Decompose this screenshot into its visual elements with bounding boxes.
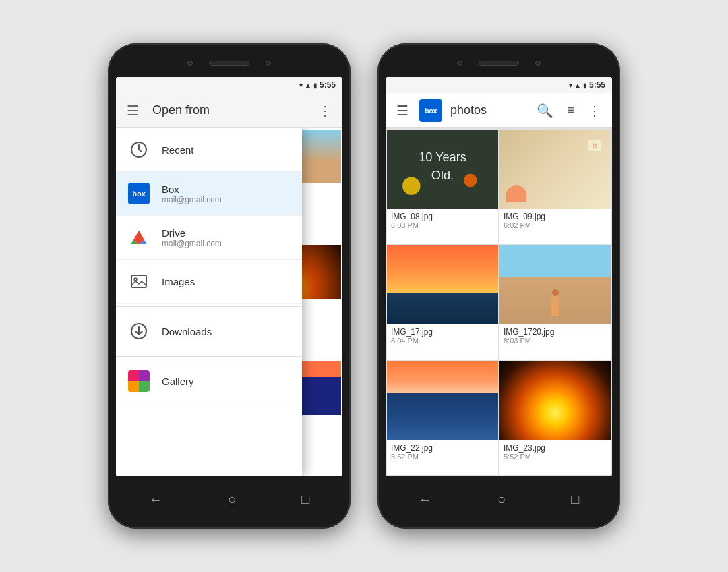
gallery-icon bbox=[127, 369, 151, 393]
downloads-label: Downloads bbox=[162, 326, 291, 337]
more-options-icon-left[interactable]: ⋮ bbox=[313, 97, 337, 124]
photo-time-0: 6:03 PM bbox=[391, 221, 494, 229]
left-phone-bottom-nav: ← ○ □ bbox=[116, 482, 342, 517]
more-options-icon-right[interactable]: ⋮ bbox=[582, 97, 607, 124]
home-button-left[interactable]: ○ bbox=[228, 492, 236, 507]
images-icon bbox=[127, 269, 151, 293]
back-button-right[interactable]: ← bbox=[419, 492, 432, 507]
svg-text:10 Years: 10 Years bbox=[419, 150, 466, 164]
home-button-right[interactable]: ○ bbox=[497, 492, 506, 507]
drawer-item-downloads[interactable]: Downloads bbox=[116, 310, 302, 353]
camera bbox=[187, 61, 193, 66]
downloads-icon bbox=[127, 319, 151, 343]
sensor-right bbox=[535, 61, 541, 66]
recents-button-right[interactable]: □ bbox=[571, 492, 579, 507]
svg-point-7 bbox=[134, 278, 137, 281]
photo-info-3: IMG_1720.jpg 8:03 PM bbox=[499, 324, 611, 349]
images-label: Images bbox=[162, 276, 291, 287]
photo-info-1: IMG_09.jpg 6:02 PM bbox=[499, 209, 611, 233]
photo-cell-4[interactable]: IMG_22.jpg 5:52 PM bbox=[387, 361, 498, 475]
photo-thumb-5 bbox=[499, 361, 611, 440]
battery-icon: ▮ bbox=[313, 82, 317, 89]
filter-icon[interactable]: ≡ bbox=[562, 98, 580, 123]
signal-icon: ▲ bbox=[305, 82, 311, 89]
recent-text: Recent bbox=[162, 144, 291, 156]
box-icon: box bbox=[127, 181, 151, 206]
status-bar-right: ▾ ▲ ▮ 5:55 bbox=[386, 77, 612, 93]
drawer-divider bbox=[116, 306, 302, 307]
photo-thumb-4 bbox=[387, 361, 498, 440]
photo-cell-5[interactable]: IMG_23.jpg 5:52 PM bbox=[499, 361, 611, 475]
status-time-right: 5:55 bbox=[589, 80, 605, 90]
photo-name-4: IMG_22.jpg bbox=[391, 443, 494, 453]
gallery-label: Gallery bbox=[162, 376, 291, 387]
status-time-left: 5:55 bbox=[320, 80, 336, 90]
photo-thumb-3 bbox=[499, 245, 611, 324]
photo-name-3: IMG_1720.jpg bbox=[504, 327, 607, 337]
box-label: Box bbox=[162, 183, 291, 195]
gallery-text: Gallery bbox=[162, 376, 291, 387]
photo-thumb-2 bbox=[387, 245, 498, 324]
downloads-text: Downloads bbox=[162, 326, 291, 337]
hamburger-icon-right[interactable]: ☰ bbox=[391, 97, 414, 124]
photo-info-2: IMG_17.jpg 8:04 PM bbox=[387, 324, 498, 349]
chalkboard-img: 10 Years Old. bbox=[387, 130, 498, 209]
beach-girl-img bbox=[499, 245, 611, 324]
sunset2-img bbox=[499, 361, 611, 440]
images-text: Images bbox=[162, 276, 291, 287]
photos-title: photos bbox=[450, 103, 528, 117]
photo-time-3: 8:03 PM bbox=[504, 337, 607, 345]
recent-label: Recent bbox=[162, 144, 291, 156]
recent-icon bbox=[127, 138, 151, 162]
wifi-icon: ▾ bbox=[299, 82, 303, 89]
drawer-item-box[interactable]: box Box mail@gmail.com bbox=[116, 172, 302, 216]
wifi-icon-right: ▾ bbox=[569, 82, 572, 89]
status-bar-left: ▾ ▲ ▮ 5:55 bbox=[116, 77, 342, 93]
sensor bbox=[266, 61, 271, 66]
right-phone-bottom-nav: ← ○ □ bbox=[386, 482, 612, 517]
photo-cell-2[interactable]: IMG_17.jpg 8:04 PM bbox=[387, 245, 498, 359]
photo-info-5: IMG_23.jpg 5:52 PM bbox=[499, 440, 611, 465]
ocean-img bbox=[387, 361, 498, 440]
photo-name-1: IMG_09.jpg bbox=[504, 212, 607, 221]
photo-time-5: 5:52 PM bbox=[504, 453, 607, 461]
svg-point-14 bbox=[464, 174, 477, 188]
app-bar-right: ☰ box photos 🔍 ≡ ⋮ bbox=[386, 93, 612, 128]
back-button-left[interactable]: ← bbox=[149, 492, 162, 507]
drive-label: Drive bbox=[162, 227, 291, 239]
battery-icon-right: ▮ bbox=[583, 82, 587, 89]
right-phone: ▾ ▲ ▮ 5:55 ☰ box photos 🔍 ≡ ⋮ bbox=[377, 43, 620, 529]
photo-time-1: 6:02 PM bbox=[504, 221, 607, 229]
drive-text-container: Drive mail@gmail.com bbox=[162, 227, 291, 248]
speaker-right bbox=[479, 61, 519, 66]
photo-cell-3[interactable]: IMG_1720.jpg 8:03 PM bbox=[499, 245, 611, 359]
photo-thumb-0: 10 Years Old. bbox=[387, 130, 498, 209]
photo-cell-0[interactable]: 10 Years Old. IMG_08.jpg 6:03 PM bbox=[387, 130, 498, 244]
drive-subtitle: mail@gmail.com bbox=[162, 239, 291, 248]
right-phone-top bbox=[386, 55, 612, 72]
open-from-drawer: Recent box Box mail@gmail.com bbox=[116, 128, 302, 476]
photo-thumb-1: 🎂 bbox=[499, 130, 611, 209]
box-logo-right: box bbox=[419, 99, 442, 122]
photo-info-4: IMG_22.jpg 5:52 PM bbox=[387, 440, 498, 465]
drawer-item-gallery[interactable]: Gallery bbox=[116, 360, 302, 403]
speaker bbox=[209, 61, 249, 66]
photo-name-2: IMG_17.jpg bbox=[391, 327, 494, 337]
drawer-item-images[interactable]: Images bbox=[116, 260, 302, 304]
photo-info-0: IMG_08.jpg 6:03 PM bbox=[387, 209, 498, 233]
photo-time-2: 8:04 PM bbox=[391, 337, 494, 345]
left-phone-top bbox=[116, 55, 342, 72]
left-phone: ▾ ▲ ▮ 5:55 ☰ Open from ⋮ .jpg bbox=[108, 43, 351, 529]
recents-button-left[interactable]: □ bbox=[301, 492, 309, 507]
search-icon-right[interactable]: 🔍 bbox=[531, 97, 559, 124]
drive-icon bbox=[127, 225, 151, 250]
drawer-item-recent[interactable]: Recent bbox=[116, 128, 302, 172]
photo-cell-1[interactable]: 🎂 IMG_09.jpg 6:02 PM bbox=[499, 130, 611, 244]
svg-point-13 bbox=[402, 177, 420, 194]
svg-text:Old.: Old. bbox=[431, 169, 454, 182]
app-bar-title-left: Open from bbox=[152, 103, 313, 117]
box-subtitle: mail@gmail.com bbox=[162, 195, 291, 204]
box-logo-text: box bbox=[425, 107, 437, 115]
hamburger-icon[interactable]: ☰ bbox=[121, 97, 144, 124]
drawer-item-drive[interactable]: Drive mail@gmail.com bbox=[116, 216, 302, 260]
